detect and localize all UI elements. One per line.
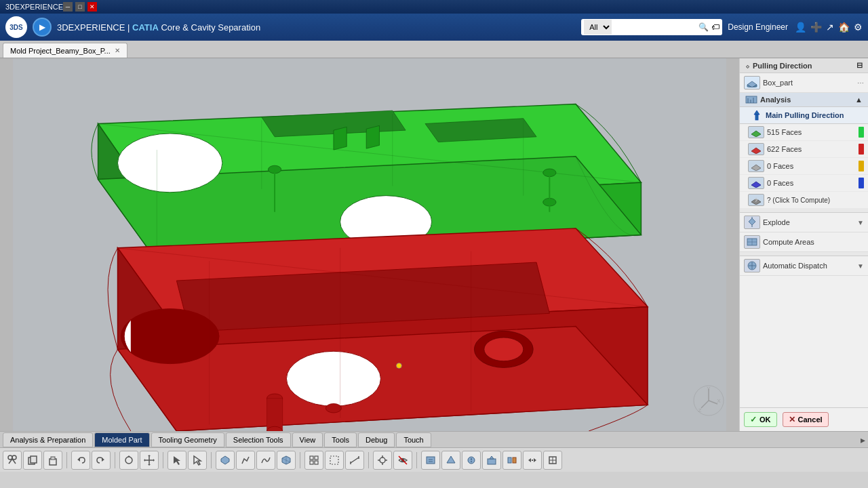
automatic-dispatch-expand-icon[interactable]: ▼ xyxy=(857,262,864,270)
paste-button[interactable] xyxy=(43,451,62,470)
face-button[interactable] xyxy=(216,451,235,470)
svg-point-34 xyxy=(286,351,380,406)
rotate-button[interactable] xyxy=(119,451,138,470)
add-icon[interactable]: ➕ xyxy=(810,22,822,33)
toolbar-display-group xyxy=(373,451,412,470)
bottom-tab-debug[interactable]: Debug xyxy=(358,432,395,447)
extra-btn-3[interactable] xyxy=(462,451,481,470)
bottom-tab-molded-part[interactable]: Molded Part xyxy=(94,432,149,447)
curve-button[interactable] xyxy=(256,451,275,470)
pan-button[interactable] xyxy=(140,451,159,470)
toolbar-separator-4 xyxy=(211,452,212,468)
tab-close-button[interactable]: ✕ xyxy=(115,47,120,54)
face-row-0[interactable]: 515 Faces xyxy=(740,124,868,141)
svg-marker-95 xyxy=(174,456,180,465)
cancel-label: Cancel xyxy=(798,415,823,424)
extra-btn-4[interactable] xyxy=(482,451,501,470)
snap-button[interactable] xyxy=(373,451,392,470)
main-tab[interactable]: Mold Project_Beamy_Box_P... ✕ xyxy=(3,43,127,58)
toolbar-model-group xyxy=(216,451,296,470)
panel-buttons: OK Cancel xyxy=(740,407,868,431)
share-icon[interactable]: ↗ xyxy=(826,22,834,33)
svg-marker-63 xyxy=(751,148,761,154)
deselect-button[interactable] xyxy=(188,451,207,470)
face-row-4[interactable]: ? ? (Click To Compute) xyxy=(740,192,868,209)
face-row-2[interactable]: 0 Faces xyxy=(740,158,868,175)
analysis-collapse-icon[interactable]: ▲ xyxy=(855,96,863,104)
home-icon[interactable]: 🏠 xyxy=(838,22,850,33)
bottom-tab-tools[interactable]: Tools xyxy=(324,432,357,447)
red-part xyxy=(108,228,648,431)
svg-rect-126 xyxy=(513,458,516,463)
maximize-button[interactable]: □ xyxy=(75,2,85,12)
svg-marker-94 xyxy=(153,459,155,462)
automatic-dispatch-row[interactable]: Automatic Dispatch ▼ xyxy=(740,256,868,276)
ungroup-button[interactable] xyxy=(325,451,344,470)
analysis-label: Analysis xyxy=(760,96,791,104)
svg-point-40 xyxy=(326,403,341,413)
search-filter-dropdown[interactable]: All xyxy=(584,20,612,35)
box-part-icon xyxy=(744,76,760,89)
play-button[interactable]: ▶ xyxy=(33,18,52,37)
extra-btn-1[interactable] xyxy=(421,451,440,470)
face-label-0: 515 Faces xyxy=(767,128,856,136)
toolbar-separator-1 xyxy=(66,452,67,468)
bottom-tab-analysis[interactable]: Analysis & Preparation xyxy=(3,432,93,447)
bottom-tab-selection[interactable]: Selection Tools xyxy=(226,432,291,447)
settings-icon[interactable]: ⚙ xyxy=(854,22,863,33)
svg-marker-124 xyxy=(490,456,494,459)
undo-button[interactable] xyxy=(71,451,90,470)
redo-button[interactable] xyxy=(92,451,111,470)
3d-model-svg xyxy=(0,58,739,431)
analysis-header[interactable]: Analysis ▲ xyxy=(740,93,868,107)
extra-btn-2[interactable] xyxy=(441,451,460,470)
face-row-1[interactable]: 622 Faces xyxy=(740,141,868,158)
compass-widget: Y X Z xyxy=(692,384,726,418)
bottom-tab-view[interactable]: View xyxy=(292,432,323,447)
box-part-row[interactable]: Box_part ⋯ xyxy=(740,73,868,93)
face-row-3[interactable]: 0 Faces xyxy=(740,175,868,192)
svg-marker-127 xyxy=(528,458,531,462)
toolbar-separator-5 xyxy=(300,452,300,468)
bottom-tab-tooling[interactable]: Tooling Geometry xyxy=(151,432,224,447)
hide-button[interactable] xyxy=(393,451,412,470)
panel-expand-icon[interactable]: ⊟ xyxy=(856,61,863,70)
cut-button[interactable] xyxy=(3,451,22,470)
sketch-button[interactable] xyxy=(236,451,255,470)
measure-button[interactable] xyxy=(345,451,364,470)
toolbar-separator-7 xyxy=(416,452,417,468)
compute-areas-icon xyxy=(744,235,760,249)
extra-btn-7[interactable] xyxy=(543,451,562,470)
ok-button[interactable]: OK xyxy=(744,412,777,427)
bottom-tab-more-icon[interactable]: ▸ xyxy=(861,434,865,445)
title-bar-controls[interactable]: ─ □ ✕ xyxy=(63,2,97,12)
svg-line-51 xyxy=(709,401,717,404)
svg-text:X: X xyxy=(717,398,721,404)
cancel-button[interactable]: Cancel xyxy=(783,412,829,427)
box-part-expand-icon[interactable]: ⋯ xyxy=(857,79,864,87)
explode-expand-icon[interactable]: ▼ xyxy=(857,219,864,226)
extra-btn-5[interactable] xyxy=(502,451,521,470)
search-icon[interactable]: 🔍 xyxy=(698,22,709,32)
bottom-tab-touch[interactable]: Touch xyxy=(396,432,431,447)
svg-rect-125 xyxy=(508,458,511,463)
toolbar-separator-2 xyxy=(115,452,115,468)
select-button[interactable] xyxy=(167,451,186,470)
viewport[interactable]: Y X Z xyxy=(0,58,739,431)
compute-areas-row[interactable]: Compute Areas xyxy=(740,232,868,252)
tag-icon[interactable]: 🏷 xyxy=(711,22,719,32)
search-input[interactable] xyxy=(614,23,696,31)
svg-marker-88 xyxy=(127,455,130,457)
user-icon[interactable]: 👤 xyxy=(795,22,806,33)
copy-button[interactable] xyxy=(23,451,42,470)
solid-button[interactable] xyxy=(277,451,296,470)
group-button[interactable] xyxy=(304,451,323,470)
svg-marker-96 xyxy=(194,456,201,465)
tab-bar: Mold Project_Beamy_Box_P... ✕ xyxy=(0,41,868,58)
extra-btn-6[interactable] xyxy=(523,451,542,470)
explode-row[interactable]: Explode ▼ xyxy=(740,213,868,232)
automatic-dispatch-icon xyxy=(744,259,760,272)
close-button[interactable]: ✕ xyxy=(87,2,97,12)
minimize-button[interactable]: ─ xyxy=(63,2,73,12)
explode-label: Explode xyxy=(763,218,854,226)
